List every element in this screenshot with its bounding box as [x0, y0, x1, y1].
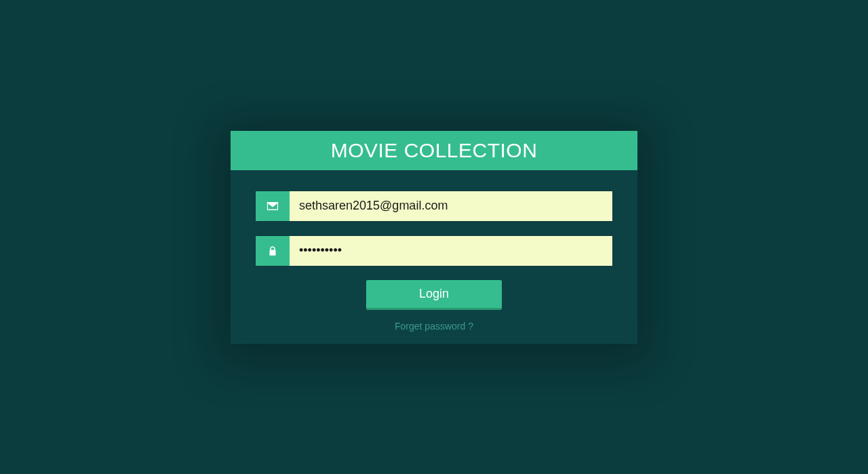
card-header: MOVIE COLLECTION — [231, 131, 637, 170]
login-button[interactable]: Login — [366, 280, 502, 310]
card-body: Login Forget password ? — [231, 170, 637, 332]
forget-password-link[interactable]: Forget password ? — [255, 321, 613, 332]
envelope-icon — [256, 191, 290, 221]
password-input-group — [255, 235, 613, 266]
email-field[interactable] — [290, 191, 612, 221]
login-card: MOVIE COLLECTION Login Forget password ? — [231, 131, 637, 344]
password-field[interactable] — [290, 236, 612, 266]
lock-icon — [256, 236, 290, 266]
page-title: MOVIE COLLECTION — [231, 139, 637, 162]
email-input-group — [255, 191, 613, 222]
